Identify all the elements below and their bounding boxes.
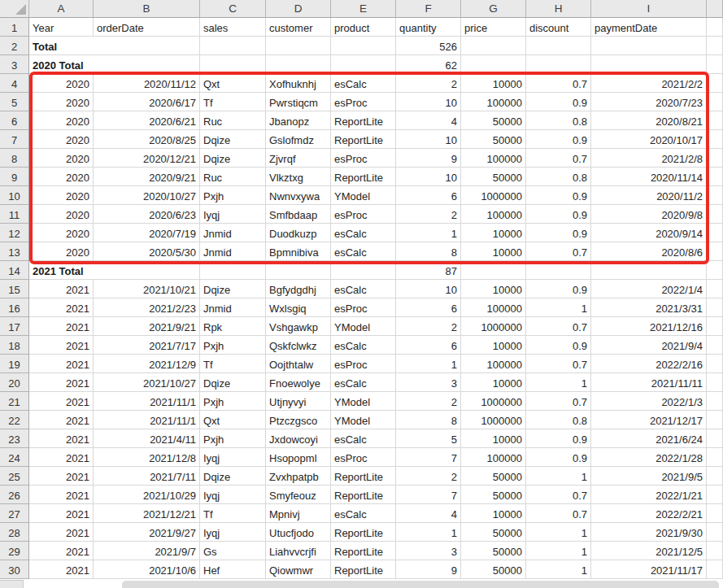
cell[interactable]: 100000	[461, 355, 526, 373]
cell[interactable]: esProc	[331, 205, 396, 224]
cell[interactable]: 9	[396, 149, 461, 168]
cell[interactable]: 2022/1/21	[591, 486, 707, 504]
cell[interactable]	[591, 261, 707, 280]
cell[interactable]: Dqize	[200, 280, 266, 298]
cell[interactable]: Liahvvcrjfi	[266, 542, 331, 560]
sheet-tab-corner[interactable]	[0, 580, 24, 588]
cell[interactable]	[461, 261, 526, 280]
cell[interactable]	[707, 467, 723, 486]
cell[interactable]: 87	[396, 261, 461, 280]
row-header-12[interactable]: 12	[0, 224, 29, 242]
cell[interactable]: 1000000	[461, 411, 526, 429]
column-header-e[interactable]: E	[331, 0, 396, 18]
cell[interactable]: Jnmid	[200, 242, 266, 261]
cell[interactable]: Dqize	[200, 149, 266, 168]
cell[interactable]: Fnoewolye	[266, 373, 331, 392]
cell[interactable]: Tf	[200, 355, 266, 373]
cell[interactable]: 2021	[29, 392, 94, 411]
cell[interactable]: 2021	[29, 317, 94, 336]
cell[interactable]	[707, 18, 723, 37]
cell[interactable]: orderDate	[94, 18, 200, 37]
cell[interactable]: 2021/9/5	[591, 467, 707, 486]
cell[interactable]	[526, 261, 591, 280]
cell[interactable]: 2020	[29, 242, 94, 261]
cell[interactable]	[707, 523, 723, 542]
cell[interactable]: Vlkztxg	[266, 168, 331, 186]
row-header-22[interactable]: 22	[0, 411, 29, 429]
cell[interactable]: 2021/4/11	[94, 429, 200, 448]
cell[interactable]: YModel	[331, 186, 396, 205]
cell[interactable]: 1	[526, 373, 591, 392]
cell[interactable]	[707, 93, 723, 111]
cell[interactable]: 50000	[461, 168, 526, 186]
cell[interactable]: ReportLite	[331, 111, 396, 130]
cell[interactable]	[526, 55, 591, 74]
cell[interactable]: 1000000	[461, 392, 526, 411]
cell[interactable]: 0.8	[526, 411, 591, 429]
cell[interactable]: 4	[396, 504, 461, 523]
cell[interactable]: 0.7	[526, 149, 591, 168]
cell[interactable]: 0.9	[526, 448, 591, 467]
row-header-4[interactable]: 4	[0, 74, 29, 93]
row-header-30[interactable]: 30	[0, 560, 29, 579]
cell[interactable]: 50000	[461, 560, 526, 579]
cell[interactable]: 2020	[29, 130, 94, 149]
cell[interactable]: customer	[266, 18, 331, 37]
cell[interactable]: 0.7	[526, 392, 591, 411]
cell[interactable]: Dqize	[200, 130, 266, 149]
row-header-13[interactable]: 13	[0, 242, 29, 261]
cell[interactable]: 2021	[29, 373, 94, 392]
cell[interactable]: Zvxhpatpb	[266, 467, 331, 486]
row-header-14[interactable]: 14	[0, 261, 29, 280]
column-header-d[interactable]: D	[266, 0, 331, 18]
cell[interactable]: 0.9	[526, 205, 591, 224]
cell[interactable]: esCalc	[331, 373, 396, 392]
cell[interactable]: Ptzczgsco	[266, 411, 331, 429]
column-header-f[interactable]: F	[396, 0, 461, 18]
cell[interactable]: 2	[396, 392, 461, 411]
cell[interactable]: 2021	[29, 355, 94, 373]
cell[interactable]: 2021	[29, 448, 94, 467]
cell[interactable]	[707, 355, 723, 373]
cell[interactable]: Dqize	[200, 467, 266, 486]
cell[interactable]: 10	[396, 130, 461, 149]
cell[interactable]: YModel	[331, 411, 396, 429]
cell[interactable]: 2021	[29, 560, 94, 579]
cell[interactable]: esCalc	[331, 242, 396, 261]
cell[interactable]: esCalc	[331, 504, 396, 523]
cell[interactable]: 3	[396, 542, 461, 560]
cell[interactable]: 1	[526, 542, 591, 560]
cell[interactable]: 2020/11/12	[94, 74, 200, 93]
cell[interactable]: 5	[396, 429, 461, 448]
cell[interactable]: Jnmid	[200, 298, 266, 317]
cell[interactable]: 2021/9/27	[94, 523, 200, 542]
cell[interactable]: 50000	[461, 130, 526, 149]
cell[interactable]: 2022/1/28	[591, 448, 707, 467]
cell[interactable]: 2021	[29, 467, 94, 486]
cell[interactable]: 0.9	[526, 186, 591, 205]
cell[interactable]: Pxjh	[200, 429, 266, 448]
column-header-g[interactable]: G	[461, 0, 526, 18]
cell[interactable]: Bgfydgdhj	[266, 280, 331, 298]
cell[interactable]: 2021	[29, 542, 94, 560]
cell[interactable]: esProc	[331, 298, 396, 317]
cell[interactable]: 10	[396, 280, 461, 298]
cell[interactable]: 2021/10/6	[94, 560, 200, 579]
cell[interactable]: Mpnivj	[266, 504, 331, 523]
cell[interactable]: 10000	[461, 74, 526, 93]
cell[interactable]	[707, 111, 723, 130]
cell[interactable]: 0.7	[526, 486, 591, 504]
cell[interactable]: Iyqj	[200, 448, 266, 467]
cell[interactable]: 6	[396, 336, 461, 355]
cell[interactable]: 2021	[29, 298, 94, 317]
cell[interactable]: 10000	[461, 429, 526, 448]
cell[interactable]: Gs	[200, 542, 266, 560]
cell[interactable]: 2021	[29, 486, 94, 504]
row-header-5[interactable]: 5	[0, 93, 29, 111]
cell[interactable]	[707, 168, 723, 186]
cell[interactable]: 2	[396, 205, 461, 224]
cell[interactable]: Total	[29, 37, 200, 55]
cell[interactable]: Tf	[200, 504, 266, 523]
column-header[interactable]	[707, 0, 723, 18]
cell[interactable]: ReportLite	[331, 130, 396, 149]
